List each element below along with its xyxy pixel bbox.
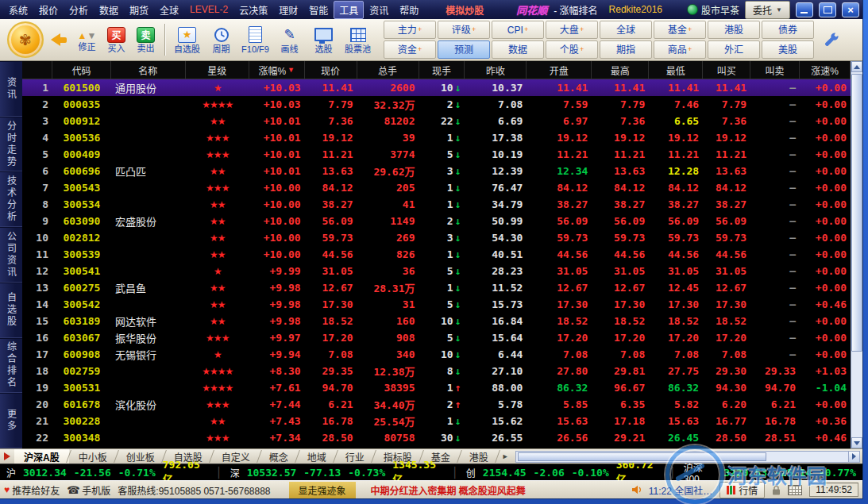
- stock-pool-button[interactable]: 股票池: [341, 21, 374, 58]
- buy-button[interactable]: 买 买入: [102, 27, 130, 53]
- board-tab[interactable]: 创业板: [117, 449, 164, 464]
- vertical-scrollbar[interactable]: [851, 61, 862, 448]
- toolbar-button[interactable]: 美股: [762, 40, 814, 59]
- scrollbar-thumb[interactable]: [851, 74, 862, 352]
- sidebar-item[interactable]: 自选股: [0, 283, 22, 338]
- sidebar-item[interactable]: 综合排名: [0, 338, 22, 394]
- column-header[interactable]: 现价: [305, 61, 357, 79]
- correct-button[interactable]: ▲▼ 修正: [73, 29, 101, 52]
- minimize-button[interactable]: [796, 2, 813, 17]
- table-row[interactable]: 3000912★★+10.017.368120222↓6.696.977.366…: [22, 113, 851, 129]
- table-row[interactable]: 15603189网达软件★★+9.9818.5216010↓16.8418.52…: [22, 313, 851, 329]
- column-header[interactable]: 涨幅%▼: [249, 61, 305, 79]
- table-row[interactable]: 6600696匹凸匹★★+10.0113.6329.62万3↓12.3912.3…: [22, 163, 851, 179]
- quote-button[interactable]: 行情: [719, 482, 765, 498]
- menu-item[interactable]: 分析: [64, 1, 94, 19]
- menu-item[interactable]: 帮助: [394, 1, 424, 19]
- board-tab[interactable]: 沪深A股: [14, 449, 69, 464]
- menu-item[interactable]: 报价: [33, 1, 64, 19]
- board-tab[interactable]: 基金: [422, 449, 460, 464]
- toolbar-button[interactable]: 基金+: [654, 21, 706, 39]
- table-row[interactable]: 13600275武昌鱼★★+9.9812.6728.31万1↓11.5212.6…: [22, 279, 851, 296]
- broker-button[interactable]: 委托 ▼: [745, 1, 790, 19]
- board-tab[interactable]: 自选股: [164, 449, 212, 464]
- toolbar-button[interactable]: 期指: [600, 40, 652, 59]
- sidebar-item[interactable]: 分时走势: [0, 117, 22, 172]
- column-header[interactable]: 星级: [186, 61, 249, 79]
- draw-button[interactable]: ✎画线: [273, 21, 306, 58]
- table-row[interactable]: 7300543★★★+10.0084.122051↓76.4784.1284.1…: [22, 179, 851, 196]
- toolbar-button[interactable]: 大盘+: [546, 21, 598, 39]
- table-row[interactable]: 8300534★★+10.0038.27411↓34.7938.2738.273…: [22, 196, 851, 213]
- menu-item[interactable]: 工具: [334, 1, 364, 19]
- toolbar-button[interactable]: 评级+: [438, 21, 490, 39]
- recommend-friend-link[interactable]: ♥ 推荐给好友: [4, 483, 60, 497]
- table-row[interactable]: 21300228★★+7.4316.7825.54万1↓15.6215.6317…: [22, 413, 851, 429]
- screener-button[interactable]: 选股: [307, 21, 340, 58]
- board-tab[interactable]: 概念: [260, 449, 298, 464]
- table-row[interactable]: 1601500通用股份★+10.0311.41260010↓10.3711.41…: [22, 79, 851, 96]
- column-header[interactable]: 昨收: [465, 61, 527, 79]
- news-headline[interactable]: 中期分红进入密集期 概念股迎风起舞: [371, 483, 526, 497]
- column-header[interactable]: 开盘: [527, 61, 592, 79]
- toolbar-button[interactable]: 外汇: [708, 40, 760, 59]
- table-row[interactable]: 10002812★★+10.0059.732693↓54.3059.7359.7…: [22, 229, 851, 246]
- board-tab[interactable]: 指标股: [374, 449, 422, 464]
- menu-item[interactable]: 数据: [94, 1, 124, 19]
- column-header[interactable]: 最低: [649, 61, 703, 79]
- table-row[interactable]: 18002759★★★★+8.3029.3512.38万8↓27.1027.80…: [22, 363, 851, 379]
- column-header[interactable]: 代码: [52, 61, 111, 79]
- column-header[interactable]: 涨速%: [800, 61, 851, 79]
- board-tab[interactable]: 自定义: [212, 449, 260, 464]
- keyboard-icon[interactable]: [788, 485, 802, 495]
- column-header[interactable]: 最高: [592, 61, 649, 79]
- toolbar-button[interactable]: 数据: [492, 40, 544, 59]
- table-row[interactable]: 12300541★+9.9931.05365↓28.2331.0531.0531…: [22, 263, 851, 279]
- mobile-version-link[interactable]: ☎ 手机版: [67, 483, 110, 497]
- table-row[interactable]: 17600908无锡银行★+9.947.0834010↓6.447.087.08…: [22, 346, 851, 363]
- column-header[interactable]: 叫卖: [750, 61, 800, 79]
- column-header[interactable]: 名称: [111, 61, 186, 79]
- menu-item[interactable]: 智能: [303, 1, 334, 19]
- board-tab[interactable]: 中小板: [69, 449, 117, 464]
- sidebar-item[interactable]: 公司资讯: [0, 227, 22, 283]
- table-row[interactable]: 11300539★★+10.0044.568261↓40.5144.5644.5…: [22, 246, 851, 263]
- menu-item[interactable]: LEVEL-2: [184, 2, 233, 17]
- table-row[interactable]: 19300531★★★★+7.6194.70383951↑88.0086.329…: [22, 379, 851, 396]
- menu-item[interactable]: 理财: [273, 1, 303, 19]
- toolbar-button[interactable]: 主力+: [384, 21, 436, 39]
- restore-button[interactable]: [819, 2, 836, 17]
- signal-badge[interactable]: 显走强迹象: [289, 482, 356, 498]
- morning-tea-button[interactable]: 股市早茶: [687, 3, 739, 17]
- watchlist-button[interactable]: ★自选股: [171, 21, 203, 58]
- menu-item[interactable]: 模拟炒股: [440, 1, 489, 19]
- column-header[interactable]: 叫买: [703, 61, 750, 79]
- sidebar-item[interactable]: 技术分析: [0, 171, 22, 227]
- menu-item[interactable]: 期货: [124, 1, 154, 19]
- menu-item[interactable]: 全球: [154, 1, 184, 19]
- board-tab[interactable]: 港股: [460, 449, 498, 464]
- table-row[interactable]: 16603067振华股份★★★+9.9717.209085↓15.6417.20…: [22, 329, 851, 346]
- column-header[interactable]: [22, 61, 52, 79]
- hscroll-thumb[interactable]: [518, 452, 766, 461]
- toolbar-button[interactable]: 资金+: [384, 40, 436, 59]
- table-row[interactable]: 2000035★★★★+10.037.7932.32万2↓7.087.597.7…: [22, 96, 851, 113]
- menu-item[interactable]: 资讯: [364, 1, 394, 19]
- ths-logo-button[interactable]: ✾: [7, 21, 44, 58]
- table-row[interactable]: 9603090宏盛股份★★+10.0056.0911492↓50.9956.09…: [22, 213, 851, 229]
- horizontal-scrollbar[interactable]: [515, 451, 860, 463]
- toolbar-button[interactable]: 全球: [600, 21, 652, 39]
- board-tab[interactable]: 行业: [336, 449, 374, 464]
- menu-item[interactable]: 系统: [3, 1, 33, 19]
- news-ticker[interactable]: 11:22 全国社…: [649, 483, 712, 497]
- scroll-down-arrow[interactable]: [851, 437, 862, 448]
- toolbar-button[interactable]: 预测: [438, 40, 490, 59]
- toolbar-button[interactable]: CPI+: [492, 21, 544, 39]
- menu-item[interactable]: 云决策: [233, 1, 273, 19]
- toolbar-button[interactable]: 港股: [708, 21, 760, 39]
- settings-wrench-button[interactable]: [824, 32, 839, 48]
- hscroll-right-arrow[interactable]: [848, 452, 859, 462]
- table-row[interactable]: 5000409★★★+10.0111.2137745↓10.1911.2111.…: [22, 146, 851, 163]
- table-row[interactable]: 22300348★★★+7.3428.508075830↓26.5526.562…: [22, 429, 851, 446]
- table-row[interactable]: 4300536★★★+10.0119.12391↓17.3819.1219.12…: [22, 129, 851, 146]
